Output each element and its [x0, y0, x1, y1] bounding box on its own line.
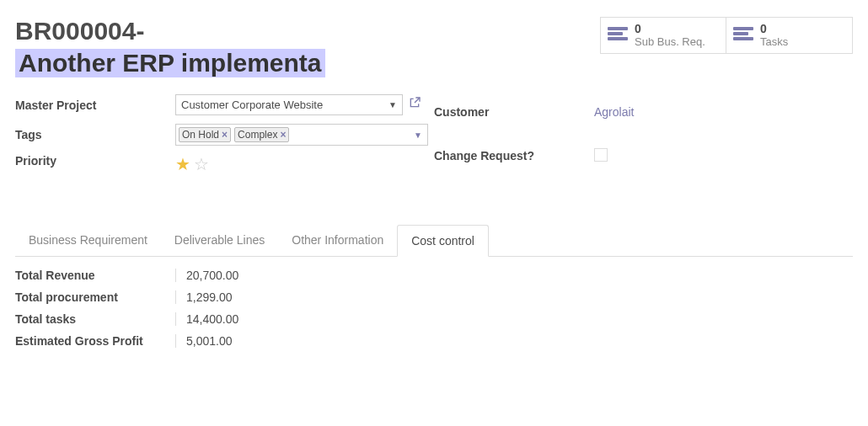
tag-remove-icon[interactable]: × [280, 129, 286, 141]
tag-label: On Hold [182, 129, 219, 141]
tag-remove-icon[interactable]: × [222, 129, 228, 141]
tag-complex[interactable]: Complex × [234, 127, 289, 142]
label-priority: Priority [15, 154, 175, 168]
record-id: BR000004- [15, 17, 325, 45]
cost-value: 5,001.00 [175, 334, 853, 348]
list-icon [608, 27, 628, 44]
record-name[interactable]: Another ERP implementa [15, 49, 325, 77]
cost-value: 14,400.00 [175, 312, 853, 326]
change-request-checkbox[interactable] [594, 148, 608, 162]
customer-link[interactable]: Agrolait [594, 105, 634, 119]
star-icon[interactable]: ☆ [194, 154, 209, 174]
label-master-project: Master Project [15, 99, 175, 112]
tab-other-information[interactable]: Other Information [278, 225, 397, 256]
tag-on-hold[interactable]: On Hold × [179, 127, 231, 142]
cost-value: 20,700.00 [175, 269, 853, 282]
tag-label: Complex [238, 129, 277, 141]
tab-business-requirement[interactable]: Business Requirement [15, 225, 161, 256]
stat-label: Sub Bus. Req. [635, 36, 705, 48]
list-icon [733, 27, 753, 44]
stat-count: 0 [760, 23, 788, 35]
star-icon[interactable]: ★ [175, 154, 190, 174]
master-project-select[interactable]: Customer Corporate Website ▼ [175, 94, 403, 115]
label-customer: Customer [434, 105, 594, 119]
label-tags: Tags [15, 128, 175, 141]
priority-stars[interactable]: ★ ☆ [175, 154, 434, 174]
stat-tasks[interactable]: 0 Tasks [726, 17, 853, 54]
tab-cost-control[interactable]: Cost control [397, 225, 489, 257]
cost-label: Total procurement [15, 290, 175, 304]
stat-sub-bus-req[interactable]: 0 Sub Bus. Req. [600, 17, 726, 54]
cost-control-panel: Total Revenue 20,700.00 Total procuremen… [15, 269, 853, 348]
chevron-down-icon: ▼ [388, 100, 397, 109]
external-link-icon[interactable] [408, 96, 421, 114]
tags-input[interactable]: On Hold × Complex × ▼ [175, 124, 428, 146]
tabs: Business Requirement Deliverable Lines O… [15, 225, 853, 257]
stat-count: 0 [635, 23, 705, 35]
cost-value: 1,299.00 [175, 290, 853, 304]
stat-boxes: 0 Sub Bus. Req. 0 Tasks [600, 17, 853, 54]
chevron-down-icon[interactable]: ▼ [414, 130, 422, 140]
tab-deliverable-lines[interactable]: Deliverable Lines [161, 225, 278, 256]
cost-label: Estimated Gross Profit [15, 334, 175, 348]
cost-label: Total Revenue [15, 269, 175, 282]
master-project-value: Customer Corporate Website [181, 99, 323, 111]
label-change-request: Change Request? [434, 149, 594, 162]
stat-label: Tasks [760, 36, 788, 48]
cost-label: Total tasks [15, 312, 175, 326]
